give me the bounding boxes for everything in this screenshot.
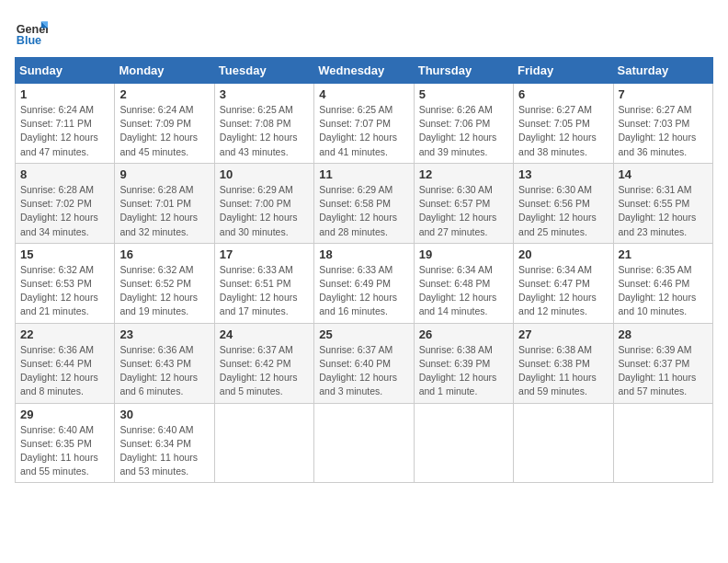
- calendar-day: 12 Sunrise: 6:30 AMSunset: 6:57 PMDaylig…: [414, 163, 513, 243]
- calendar-day: 19 Sunrise: 6:34 AMSunset: 6:48 PMDaylig…: [414, 243, 513, 323]
- logo: General Blue: [15, 15, 48, 48]
- calendar-body: 1 Sunrise: 6:24 AMSunset: 7:11 PMDayligh…: [16, 84, 713, 483]
- day-number: 13: [518, 167, 608, 181]
- page-header: General Blue: [15, 15, 713, 48]
- day-detail: Sunrise: 6:38 AMSunset: 6:38 PMDaylight:…: [518, 344, 597, 397]
- day-detail: Sunrise: 6:25 AMSunset: 7:07 PMDaylight:…: [319, 104, 397, 157]
- day-number: 27: [518, 327, 608, 341]
- calendar-day: 3 Sunrise: 6:25 AMSunset: 7:08 PMDayligh…: [214, 84, 313, 164]
- calendar-day: [314, 403, 414, 483]
- calendar-day: 22 Sunrise: 6:36 AMSunset: 6:44 PMDaylig…: [16, 323, 115, 403]
- calendar-day: 1 Sunrise: 6:24 AMSunset: 7:11 PMDayligh…: [16, 84, 115, 164]
- day-number: 5: [419, 87, 508, 101]
- day-detail: Sunrise: 6:37 AMSunset: 6:42 PMDaylight:…: [220, 344, 298, 397]
- day-detail: Sunrise: 6:27 AMSunset: 7:03 PMDaylight:…: [619, 104, 697, 157]
- day-detail: Sunrise: 6:36 AMSunset: 6:43 PMDaylight:…: [119, 344, 198, 397]
- day-number: 18: [319, 247, 408, 261]
- calendar-day: 18 Sunrise: 6:33 AMSunset: 6:49 PMDaylig…: [314, 243, 414, 323]
- day-detail: Sunrise: 6:40 AMSunset: 6:34 PMDaylight:…: [119, 424, 198, 477]
- day-detail: Sunrise: 6:26 AMSunset: 7:06 PMDaylight:…: [419, 104, 497, 157]
- day-number: 1: [20, 87, 109, 101]
- day-number: 29: [20, 408, 109, 421]
- day-detail: Sunrise: 6:24 AMSunset: 7:09 PMDaylight:…: [119, 104, 198, 157]
- day-detail: Sunrise: 6:38 AMSunset: 6:39 PMDaylight:…: [419, 344, 497, 397]
- calendar-header: SundayMondayTuesdayWednesdayThursdayFrid…: [16, 58, 713, 84]
- calendar-day: 28 Sunrise: 6:39 AMSunset: 6:37 PMDaylig…: [613, 323, 712, 403]
- day-detail: Sunrise: 6:39 AMSunset: 6:37 PMDaylight:…: [619, 344, 697, 397]
- calendar-day: [214, 403, 313, 483]
- day-detail: Sunrise: 6:29 AMSunset: 7:00 PMDaylight:…: [220, 184, 298, 237]
- calendar-day: 25 Sunrise: 6:37 AMSunset: 6:40 PMDaylig…: [314, 323, 414, 403]
- calendar-day: 2 Sunrise: 6:24 AMSunset: 7:09 PMDayligh…: [115, 84, 214, 164]
- calendar-day: 17 Sunrise: 6:33 AMSunset: 6:51 PMDaylig…: [214, 243, 313, 323]
- calendar-day: 15 Sunrise: 6:32 AMSunset: 6:53 PMDaylig…: [16, 243, 115, 323]
- calendar-week: 1 Sunrise: 6:24 AMSunset: 7:11 PMDayligh…: [16, 84, 713, 164]
- day-number: 10: [220, 167, 309, 181]
- weekday-header: Tuesday: [214, 58, 313, 84]
- day-detail: Sunrise: 6:33 AMSunset: 6:51 PMDaylight:…: [220, 264, 298, 317]
- day-number: 19: [419, 247, 508, 261]
- day-detail: Sunrise: 6:28 AMSunset: 7:01 PMDaylight:…: [119, 184, 198, 237]
- day-number: 24: [220, 327, 309, 341]
- calendar-week: 29 Sunrise: 6:40 AMSunset: 6:35 PMDaylig…: [16, 403, 713, 483]
- day-number: 26: [419, 327, 508, 341]
- calendar-day: 16 Sunrise: 6:32 AMSunset: 6:52 PMDaylig…: [115, 243, 214, 323]
- day-detail: Sunrise: 6:34 AMSunset: 6:47 PMDaylight:…: [518, 264, 597, 317]
- day-number: 12: [419, 167, 508, 181]
- day-number: 2: [119, 87, 209, 101]
- weekday-header: Friday: [514, 58, 613, 84]
- day-number: 21: [619, 247, 708, 261]
- day-number: 23: [119, 327, 209, 341]
- calendar-day: 8 Sunrise: 6:28 AMSunset: 7:02 PMDayligh…: [16, 163, 115, 243]
- calendar-day: 6 Sunrise: 6:27 AMSunset: 7:05 PMDayligh…: [514, 84, 613, 164]
- day-detail: Sunrise: 6:34 AMSunset: 6:48 PMDaylight:…: [419, 264, 497, 317]
- day-number: 28: [619, 327, 708, 341]
- day-number: 15: [20, 247, 109, 261]
- calendar-day: 30 Sunrise: 6:40 AMSunset: 6:34 PMDaylig…: [115, 403, 214, 483]
- day-detail: Sunrise: 6:32 AMSunset: 6:53 PMDaylight:…: [20, 264, 98, 317]
- weekday-header: Monday: [115, 58, 214, 84]
- day-number: 16: [119, 247, 209, 261]
- calendar-day: 27 Sunrise: 6:38 AMSunset: 6:38 PMDaylig…: [514, 323, 613, 403]
- day-detail: Sunrise: 6:40 AMSunset: 6:35 PMDaylight:…: [20, 424, 98, 477]
- day-number: 14: [619, 167, 708, 181]
- day-number: 6: [518, 87, 608, 101]
- day-detail: Sunrise: 6:30 AMSunset: 6:57 PMDaylight:…: [419, 184, 497, 237]
- day-number: 25: [319, 327, 408, 341]
- day-detail: Sunrise: 6:31 AMSunset: 6:55 PMDaylight:…: [619, 184, 697, 237]
- calendar-day: 10 Sunrise: 6:29 AMSunset: 7:00 PMDaylig…: [214, 163, 313, 243]
- calendar-day: [613, 403, 712, 483]
- day-detail: Sunrise: 6:30 AMSunset: 6:56 PMDaylight:…: [518, 184, 597, 237]
- day-detail: Sunrise: 6:33 AMSunset: 6:49 PMDaylight:…: [319, 264, 397, 317]
- svg-text:Blue: Blue: [17, 34, 41, 47]
- calendar-day: 23 Sunrise: 6:36 AMSunset: 6:43 PMDaylig…: [115, 323, 214, 403]
- day-detail: Sunrise: 6:32 AMSunset: 6:52 PMDaylight:…: [119, 264, 198, 317]
- calendar-day: 24 Sunrise: 6:37 AMSunset: 6:42 PMDaylig…: [214, 323, 313, 403]
- day-detail: Sunrise: 6:28 AMSunset: 7:02 PMDaylight:…: [20, 184, 98, 237]
- weekday-header: Wednesday: [314, 58, 414, 84]
- day-number: 8: [20, 167, 109, 181]
- calendar-day: 29 Sunrise: 6:40 AMSunset: 6:35 PMDaylig…: [16, 403, 115, 483]
- weekday-header: Sunday: [16, 58, 115, 84]
- day-number: 4: [319, 87, 408, 101]
- weekday-header: Saturday: [613, 58, 712, 84]
- day-detail: Sunrise: 6:37 AMSunset: 6:40 PMDaylight:…: [319, 344, 397, 397]
- calendar-day: 7 Sunrise: 6:27 AMSunset: 7:03 PMDayligh…: [613, 84, 712, 164]
- calendar-week: 15 Sunrise: 6:32 AMSunset: 6:53 PMDaylig…: [16, 243, 713, 323]
- day-number: 11: [319, 167, 408, 181]
- calendar-table: SundayMondayTuesdayWednesdayThursdayFrid…: [15, 57, 713, 483]
- calendar-day: 14 Sunrise: 6:31 AMSunset: 6:55 PMDaylig…: [613, 163, 712, 243]
- header-row: SundayMondayTuesdayWednesdayThursdayFrid…: [16, 58, 713, 84]
- day-number: 9: [119, 167, 209, 181]
- calendar-day: [514, 403, 613, 483]
- calendar-week: 22 Sunrise: 6:36 AMSunset: 6:44 PMDaylig…: [16, 323, 713, 403]
- day-detail: Sunrise: 6:35 AMSunset: 6:46 PMDaylight:…: [619, 264, 697, 317]
- day-detail: Sunrise: 6:36 AMSunset: 6:44 PMDaylight:…: [20, 344, 98, 397]
- calendar-day: 21 Sunrise: 6:35 AMSunset: 6:46 PMDaylig…: [613, 243, 712, 323]
- calendar-day: 20 Sunrise: 6:34 AMSunset: 6:47 PMDaylig…: [514, 243, 613, 323]
- day-number: 22: [20, 327, 109, 341]
- calendar-week: 8 Sunrise: 6:28 AMSunset: 7:02 PMDayligh…: [16, 163, 713, 243]
- day-number: 3: [220, 87, 309, 101]
- weekday-header: Thursday: [414, 58, 513, 84]
- day-detail: Sunrise: 6:24 AMSunset: 7:11 PMDaylight:…: [20, 104, 98, 157]
